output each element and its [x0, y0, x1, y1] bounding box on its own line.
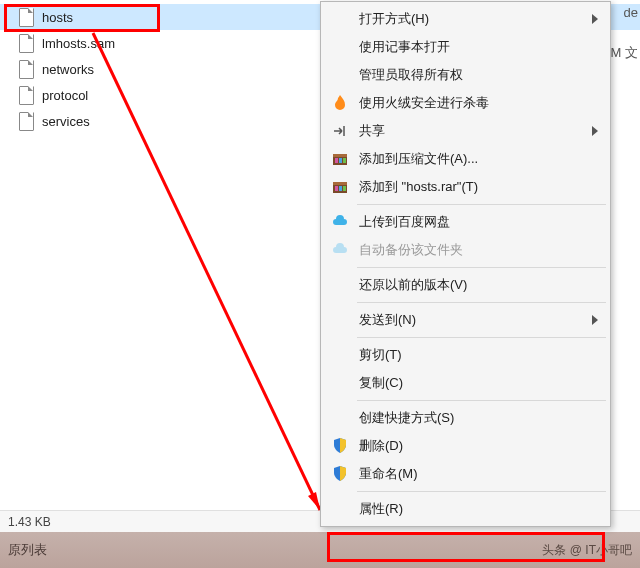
- menu-copy[interactable]: 复制(C): [323, 369, 608, 397]
- svg-rect-8: [333, 182, 347, 185]
- svg-rect-3: [333, 154, 347, 157]
- menu-properties[interactable]: 属性(R): [323, 495, 608, 523]
- chevron-right-icon: [592, 126, 598, 136]
- shield-icon: [331, 437, 349, 455]
- share-icon: [331, 122, 349, 140]
- winrar-icon: [331, 178, 349, 196]
- svg-rect-10: [339, 186, 342, 191]
- menu-label: 重命名(M): [359, 465, 418, 483]
- menu-label: 上传到百度网盘: [359, 213, 450, 231]
- chevron-right-icon: [592, 14, 598, 24]
- svg-rect-4: [335, 158, 338, 163]
- menu-separator: [357, 337, 606, 338]
- svg-rect-9: [335, 186, 338, 191]
- menu-label: 添加到压缩文件(A)...: [359, 150, 478, 168]
- chevron-right-icon: [592, 315, 598, 325]
- menu-restore-previous[interactable]: 还原以前的版本(V): [323, 271, 608, 299]
- context-menu: 打开方式(H) 使用记事本打开 管理员取得所有权 使用火绒安全进行杀毒 共享 添…: [320, 1, 611, 527]
- menu-label: 使用记事本打开: [359, 38, 450, 56]
- menu-label: 添加到 "hosts.rar"(T): [359, 178, 478, 196]
- file-name: lmhosts.sam: [42, 36, 115, 51]
- menu-create-shortcut[interactable]: 创建快捷方式(S): [323, 404, 608, 432]
- menu-label: 删除(D): [359, 437, 403, 455]
- menu-label: 管理员取得所有权: [359, 66, 463, 84]
- menu-baidu-upload[interactable]: 上传到百度网盘: [323, 208, 608, 236]
- menu-share[interactable]: 共享: [323, 117, 608, 145]
- menu-label: 属性(R): [359, 500, 403, 518]
- menu-send-to[interactable]: 发送到(N): [323, 306, 608, 334]
- cloud-upload-icon: [331, 213, 349, 231]
- menu-huorong-scan[interactable]: 使用火绒安全进行杀毒: [323, 89, 608, 117]
- menu-separator: [357, 491, 606, 492]
- menu-baidu-auto-backup: 自动备份该文件夹: [323, 236, 608, 264]
- menu-label: 复制(C): [359, 374, 403, 392]
- menu-label: 还原以前的版本(V): [359, 276, 467, 294]
- file-icon: [18, 59, 34, 79]
- menu-admin-take-ownership[interactable]: 管理员取得所有权: [323, 61, 608, 89]
- menu-add-to-archive[interactable]: 添加到压缩文件(A)...: [323, 145, 608, 173]
- file-size-label: 1.43 KB: [8, 515, 51, 529]
- svg-rect-11: [343, 186, 346, 191]
- menu-separator: [357, 204, 606, 205]
- file-icon: [18, 111, 34, 131]
- bottom-strip: 原列表 头条 @ IT小哥吧: [0, 532, 640, 568]
- menu-label: 打开方式(H): [359, 10, 429, 28]
- svg-rect-6: [343, 158, 346, 163]
- menu-open-with[interactable]: 打开方式(H): [323, 5, 608, 33]
- menu-label: 发送到(N): [359, 311, 416, 329]
- cloud-sync-icon: [331, 241, 349, 259]
- menu-separator: [357, 302, 606, 303]
- bottom-label: 原列表: [8, 541, 47, 559]
- menu-cut[interactable]: 剪切(T): [323, 341, 608, 369]
- shield-icon: [331, 465, 349, 483]
- file-name: networks: [42, 62, 94, 77]
- menu-add-to-hosts-rar[interactable]: 添加到 "hosts.rar"(T): [323, 173, 608, 201]
- file-icon: [18, 33, 34, 53]
- menu-label: 创建快捷方式(S): [359, 409, 454, 427]
- menu-delete[interactable]: 删除(D): [323, 432, 608, 460]
- menu-label: 共享: [359, 122, 385, 140]
- file-icon: [18, 7, 34, 27]
- file-name: hosts: [42, 10, 73, 25]
- menu-label: 自动备份该文件夹: [359, 241, 463, 259]
- file-icon: [18, 85, 34, 105]
- winrar-icon: [331, 150, 349, 168]
- menu-notepad-open[interactable]: 使用记事本打开: [323, 33, 608, 61]
- menu-separator: [357, 400, 606, 401]
- svg-rect-5: [339, 158, 342, 163]
- menu-separator: [357, 267, 606, 268]
- file-name: protocol: [42, 88, 88, 103]
- menu-label: 剪切(T): [359, 346, 402, 364]
- menu-label: 使用火绒安全进行杀毒: [359, 94, 489, 112]
- flame-icon: [331, 94, 349, 112]
- date-fragment: de: [624, 5, 638, 20]
- file-name: services: [42, 114, 90, 129]
- watermark: 头条 @ IT小哥吧: [542, 542, 632, 559]
- menu-rename[interactable]: 重命名(M): [323, 460, 608, 488]
